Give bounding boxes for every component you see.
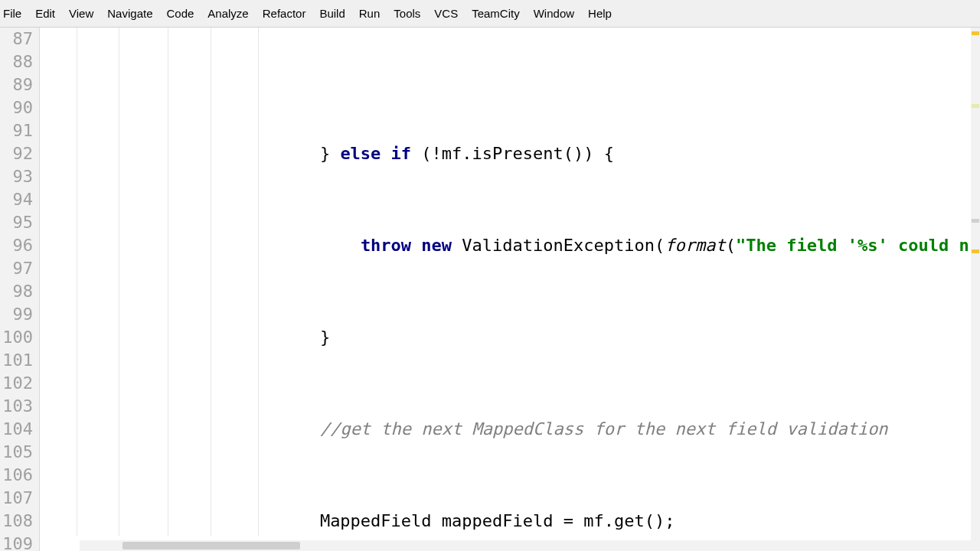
line-number: 99 [0, 303, 33, 326]
code-area[interactable]: } else if (!mf.isPresent()) { throw new … [40, 28, 980, 551]
menu-help[interactable]: Help [581, 0, 619, 27]
code-line[interactable]: MappedField mappedField = mf.get(); [40, 510, 980, 533]
error-stripe-marker[interactable] [972, 249, 979, 253]
code-line[interactable]: } [40, 326, 980, 349]
menu-file[interactable]: File [0, 0, 28, 27]
line-number: 102 [0, 372, 33, 395]
line-number-gutter: 8788899091929394959697989910010110210310… [0, 28, 40, 551]
line-number: 109 [0, 533, 33, 551]
line-number: 101 [0, 349, 33, 372]
code-line[interactable]: } else if (!mf.isPresent()) { [40, 142, 980, 165]
menu-view[interactable]: View [62, 0, 100, 27]
line-number: 92 [0, 142, 33, 165]
menu-code[interactable]: Code [159, 0, 201, 27]
line-number: 100 [0, 326, 33, 349]
line-number: 104 [0, 418, 33, 441]
menu-navigate[interactable]: Navigate [100, 0, 159, 27]
menu-teamcity[interactable]: TeamCity [465, 0, 527, 27]
horizontal-scrollbar[interactable] [80, 540, 971, 551]
error-stripe-marker[interactable] [972, 31, 979, 35]
line-number: 108 [0, 510, 33, 533]
line-number: 87 [0, 28, 33, 51]
line-number: 94 [0, 188, 33, 211]
code-line[interactable]: throw new ValidationException(format("Th… [40, 234, 980, 257]
menu-tools[interactable]: Tools [387, 0, 427, 27]
menu-vcs[interactable]: VCS [427, 0, 465, 27]
line-number: 91 [0, 119, 33, 142]
menu-run[interactable]: Run [352, 0, 387, 27]
line-number: 106 [0, 464, 33, 487]
editor: 8788899091929394959697989910010110210310… [0, 28, 980, 551]
error-stripe[interactable] [971, 28, 980, 551]
line-number: 88 [0, 51, 33, 73]
code-line[interactable]: //get the next MappedClass for the next … [40, 418, 980, 441]
line-number: 96 [0, 234, 33, 257]
line-number: 90 [0, 96, 33, 119]
line-number: 97 [0, 257, 33, 280]
line-number: 103 [0, 395, 33, 418]
line-number: 93 [0, 165, 33, 188]
line-number: 95 [0, 211, 33, 234]
menu-refactor[interactable]: Refactor [256, 0, 313, 27]
line-number: 107 [0, 487, 33, 510]
menu-analyze[interactable]: Analyze [201, 0, 255, 27]
menu-window[interactable]: Window [527, 0, 581, 27]
line-number: 98 [0, 280, 33, 303]
horizontal-scrollbar-thumb[interactable] [122, 542, 300, 549]
menu-edit[interactable]: Edit [28, 0, 62, 27]
error-stripe-marker[interactable] [972, 104, 979, 108]
error-stripe-marker[interactable] [972, 219, 979, 223]
menu-bar: File Edit View Navigate Code Analyze Ref… [0, 0, 980, 28]
menu-build[interactable]: Build [312, 0, 351, 27]
line-number: 89 [0, 73, 33, 96]
line-number: 105 [0, 441, 33, 464]
